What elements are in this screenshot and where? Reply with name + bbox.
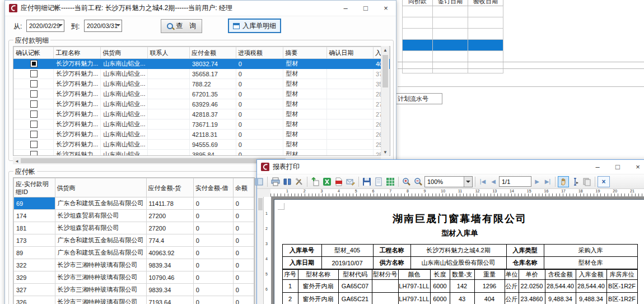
cell-confirm[interactable] <box>14 89 54 99</box>
cell-supplier[interactable]: 山东南山铝业... <box>101 140 148 150</box>
cell-supplier[interactable]: 山东南山铝业... <box>101 109 148 119</box>
table-row[interactable]: 长沙万科魅力...山东南山铝业...35658.170型材376 <box>14 69 390 79</box>
cell-supplier[interactable]: 广东合和建筑五金制品有限公司 <box>55 247 146 259</box>
cell-contact[interactable] <box>148 109 190 119</box>
cell-contact[interactable] <box>148 119 190 130</box>
table-row[interactable]: 长沙万科魅力...山东南山铝业...788.220型材358 <box>14 79 390 89</box>
export-icon[interactable] <box>310 176 321 187</box>
cell[interactable] <box>403 62 433 73</box>
last-page-button[interactable]: ▶| <box>543 178 553 185</box>
table-row[interactable]: 长沙万科魅力...山东南山铝业...38032.740型材405 <box>14 59 390 69</box>
column-header[interactable]: 确认日期 <box>327 47 374 59</box>
pdf-icon[interactable] <box>333 176 344 187</box>
cell-confirm[interactable] <box>14 69 54 79</box>
cell-summary[interactable]: 型材 <box>283 69 327 79</box>
zoom-level-select[interactable]: 100% <box>424 176 473 187</box>
cell[interactable] <box>468 17 503 29</box>
cell-id[interactable]: 89 <box>14 247 55 259</box>
cell[interactable] <box>433 62 468 73</box>
cell-id[interactable]: 326 <box>14 296 55 304</box>
cell[interactable] <box>403 51 433 62</box>
next-page-button[interactable]: ▶ <box>532 178 542 185</box>
column-header[interactable]: 应付金额 <box>189 47 236 59</box>
scrollbar-thumb[interactable] <box>21 158 286 163</box>
confirm-checkbox[interactable] <box>30 60 38 67</box>
cell-supplier[interactable]: 山东南山铝业... <box>101 99 148 109</box>
cell-confirm[interactable] <box>14 119 54 130</box>
receipt-detail-button[interactable]: 入库单明细 <box>228 19 281 33</box>
preview-vscrollbar[interactable] <box>257 197 264 304</box>
cell-project[interactable]: 长沙万科魅力... <box>54 130 101 140</box>
cell[interactable] <box>433 51 468 62</box>
cell-summary[interactable]: 型材 <box>283 99 327 109</box>
cell-supplier[interactable]: 山东南山铝业... <box>101 89 148 99</box>
cell-confirm[interactable] <box>14 79 54 89</box>
cell-amount[interactable]: 3895.84 <box>189 150 236 156</box>
save-icon[interactable] <box>361 176 372 187</box>
column-header[interactable]: 进项税额 <box>236 47 283 59</box>
zoom-out-icon[interactable] <box>413 176 424 187</box>
cell-confirm-date[interactable] <box>327 69 374 79</box>
table-row[interactable]: 69广东合和建筑五金制品有限公司11411.7800 <box>14 197 254 210</box>
column-header[interactable]: 工程名称 <box>54 47 101 59</box>
excel-icon[interactable] <box>321 176 333 187</box>
cell-paid[interactable]: 0 <box>193 296 233 304</box>
scroll-down-icon[interactable]: ▼ <box>381 148 389 156</box>
print-preview-area[interactable]: 123456 湖南巨晟门窗幕墙有限公司 型材入库单 入库单号型材_405工程名称… <box>257 197 644 304</box>
table-row[interactable] <box>403 40 503 51</box>
cell-amount[interactable]: 35658.17 <box>189 69 236 79</box>
close-preview-icon[interactable]: × <box>598 176 610 187</box>
table-row[interactable]: 长沙万科魅力...山东南山铝业...3895.840型材252 <box>14 150 390 156</box>
cell-paid[interactable]: 0 <box>193 234 233 247</box>
cell-confirm[interactable] <box>14 59 54 69</box>
table-row[interactable]: 长沙万科魅力...山东南山铝业...73671.190型材266 <box>14 119 390 130</box>
scrollbar-thumb[interactable] <box>258 198 263 210</box>
cell-confirm-date[interactable] <box>327 99 374 109</box>
cell-amount[interactable]: 788.22 <box>189 79 236 89</box>
to-date-picker[interactable]: 2020/03/31 <box>84 20 122 32</box>
cell-supplier[interactable]: 长沙市三湘特种玻璃有限公司 <box>55 284 146 296</box>
cell-amount[interactable]: 94555.69 <box>189 140 236 150</box>
cell-amount[interactable]: 42818.37 <box>189 109 236 119</box>
cell-project[interactable]: 长沙万科魅力... <box>54 150 101 156</box>
cell-amount[interactable]: 38032.74 <box>189 59 236 69</box>
cell-amount[interactable]: 63929.46 <box>189 99 236 109</box>
column-header[interactable]: 供货商 <box>101 47 148 59</box>
table-row[interactable]: 173广东合和建筑五金制品有限公司774.400 <box>14 234 254 247</box>
first-page-button[interactable]: |◀ <box>478 178 488 185</box>
cell-paid[interactable]: 0 <box>193 210 233 222</box>
confirm-checkbox[interactable] <box>30 100 38 108</box>
confirm-checkbox[interactable] <box>30 70 38 77</box>
table-row[interactable]: 181长沙坦森贸易有限公司2720000 <box>14 222 254 234</box>
confirm-checkbox[interactable] <box>30 131 38 138</box>
table-row[interactable]: 长沙万科魅力...山东南山铝业...63929.460型材276 <box>14 99 390 109</box>
cell-supplier[interactable]: 长沙市三湘特种玻璃有限公司 <box>55 296 146 304</box>
column-header[interactable]: 联系人 <box>148 47 190 59</box>
cell-confirm-date[interactable] <box>327 89 374 99</box>
cell-balance[interactable]: 0 <box>233 284 254 296</box>
cell-summary[interactable]: 型材 <box>283 150 327 156</box>
cell[interactable] <box>468 40 503 51</box>
table-row[interactable]: 89广东合和建筑五金制品有限公司40963.9200 <box>14 247 254 259</box>
detail-grid-vscrollbar[interactable]: ▲ ▼ <box>381 46 389 156</box>
cell-supplier[interactable]: 广东合和建筑五金制品有限公司 <box>55 197 146 210</box>
cell-tax[interactable]: 0 <box>236 89 283 99</box>
cell-summary[interactable]: 型材 <box>283 79 327 89</box>
cell-id[interactable]: 329 <box>14 271 55 284</box>
cell-paid[interactable]: 0 <box>193 197 233 210</box>
cell-supplier[interactable]: 山东南山铝业... <box>101 119 148 130</box>
cell[interactable] <box>433 17 468 29</box>
table-row[interactable]: 长沙万科魅力...山东南山铝业...67201.350型材283 <box>14 89 390 99</box>
cell[interactable] <box>468 62 503 73</box>
cell-project[interactable]: 长沙万科魅力... <box>54 89 101 99</box>
page-indicator-input[interactable]: 1/1 <box>499 176 531 187</box>
cell-supplier[interactable]: 长沙市三湘特种玻璃有限公司 <box>55 271 146 284</box>
table-row[interactable]: 326长沙市三湘特种玻璃有限公司7193.6400 <box>14 296 254 304</box>
cell-confirm[interactable] <box>14 109 54 119</box>
cell-summary[interactable]: 型材 <box>283 109 327 119</box>
cell-id[interactable]: 181 <box>14 222 55 234</box>
cell-tax[interactable]: 0 <box>236 109 283 119</box>
cell-amount[interactable]: 73671.19 <box>189 119 236 130</box>
cell-project[interactable]: 长沙万科魅力... <box>54 69 101 79</box>
prev-page-button[interactable]: ◀ <box>488 178 498 185</box>
